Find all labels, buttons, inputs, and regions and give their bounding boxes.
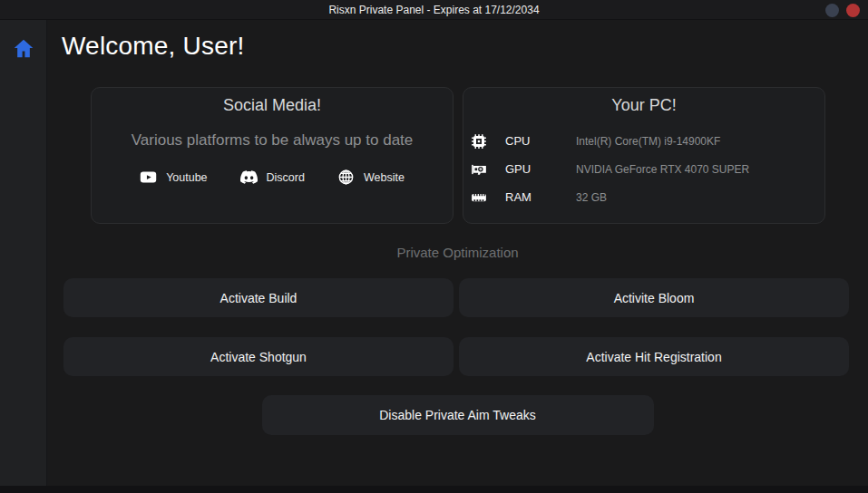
titlebar: Risxn Private Panel - Expires at 17/12/2… (0, 0, 868, 20)
ram-row: RAM 32 GB (471, 183, 824, 211)
gpu-label: GPU (505, 162, 560, 176)
youtube-icon (140, 169, 157, 186)
cpu-label: CPU (505, 134, 560, 148)
discord-icon (240, 169, 258, 186)
gpu-icon (471, 161, 489, 178)
main-panel: Welcome, User! Social Media! Various pla… (47, 20, 868, 486)
sidebar (0, 20, 47, 486)
minimize-icon[interactable] (825, 4, 839, 17)
website-link[interactable]: Website (337, 169, 405, 186)
page-title: Welcome, User! (62, 32, 868, 61)
info-cards: Social Media! Various platforms to be al… (91, 87, 825, 224)
ram-icon (471, 189, 489, 206)
social-card-title: Social Media! (92, 96, 453, 115)
section-label-private-optimization: Private Optimization (47, 245, 868, 260)
close-icon[interactable] (846, 4, 860, 17)
window-title: Risxn Private Panel - Expires at 17/12/2… (328, 4, 539, 16)
gpu-row: GPU NVIDIA GeForce RTX 4070 SUPER (471, 155, 824, 183)
pc-card-title: Your PC! (463, 96, 824, 115)
social-media-card: Social Media! Various platforms to be al… (91, 87, 454, 224)
ram-value: 32 GB (576, 191, 824, 204)
home-icon (12, 50, 35, 63)
social-card-subtitle: Various platforms to be always up to dat… (92, 131, 453, 150)
pc-spec-rows: CPU Intel(R) Core(TM) i9-14900KF GPU NVI… (463, 127, 824, 211)
globe-icon (337, 169, 355, 186)
optimization-buttons: Activate Build Activite Bloom Activate S… (63, 278, 849, 376)
discord-label: Discord (267, 171, 305, 184)
activate-shotgun-button[interactable]: Activate Shotgun (63, 337, 454, 376)
disable-private-aim-tweaks-button[interactable]: Disable Private Aim Tweaks (262, 395, 654, 435)
activate-build-button[interactable]: Activate Build (63, 278, 454, 317)
website-label: Website (364, 171, 405, 184)
window-body: Welcome, User! Social Media! Various pla… (0, 20, 868, 486)
window-bottom-edge (0, 486, 868, 493)
cpu-icon (471, 133, 489, 150)
youtube-link[interactable]: Youtube (140, 169, 207, 186)
your-pc-card: Your PC! CPU Intel(R) Core(TM) i9-14900K… (463, 87, 825, 224)
gpu-value: NVIDIA GeForce RTX 4070 SUPER (576, 163, 824, 176)
discord-link[interactable]: Discord (240, 169, 305, 186)
cpu-value: Intel(R) Core(TM) i9-14900KF (576, 135, 824, 148)
ram-label: RAM (505, 190, 560, 204)
activate-bloom-button[interactable]: Activite Bloom (459, 278, 849, 317)
activate-hit-registration-button[interactable]: Activate Hit Registration (459, 337, 849, 376)
youtube-label: Youtube (166, 171, 207, 184)
cpu-row: CPU Intel(R) Core(TM) i9-14900KF (471, 127, 824, 155)
sidebar-home-button[interactable] (12, 37, 35, 61)
social-links: Youtube Discord Website (92, 169, 453, 186)
window-controls (825, 0, 860, 20)
